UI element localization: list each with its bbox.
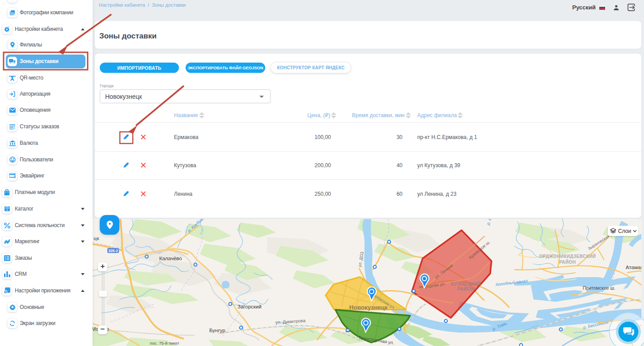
svg-text:Калачёво: Калачёво: [159, 256, 182, 261]
svg-text:РАЙОН: РАЙОН: [458, 286, 475, 291]
svg-text:РАЙОН: РАЙОН: [559, 259, 576, 265]
svg-text:Бунгур: Бунгур: [209, 328, 225, 333]
svg-text:Атаман: Атаман: [626, 265, 644, 270]
svg-text:32К-2: 32К-2: [108, 249, 118, 253]
svg-text:ОРДЖОНИКИДЗЕВСКИЙ: ОРДЖОНИКИДЗЕВСКИЙ: [539, 253, 596, 259]
svg-text:Притомское ш.: Притомское ш.: [583, 285, 615, 291]
svg-text:пос. 75-й пикет: пос. 75-й пикет: [150, 341, 180, 346]
svg-text:Новокузнецк: Новокузнецк: [349, 304, 388, 311]
svg-text:Загорский: Загорский: [237, 304, 262, 309]
svg-text:цк: цк: [93, 236, 99, 241]
